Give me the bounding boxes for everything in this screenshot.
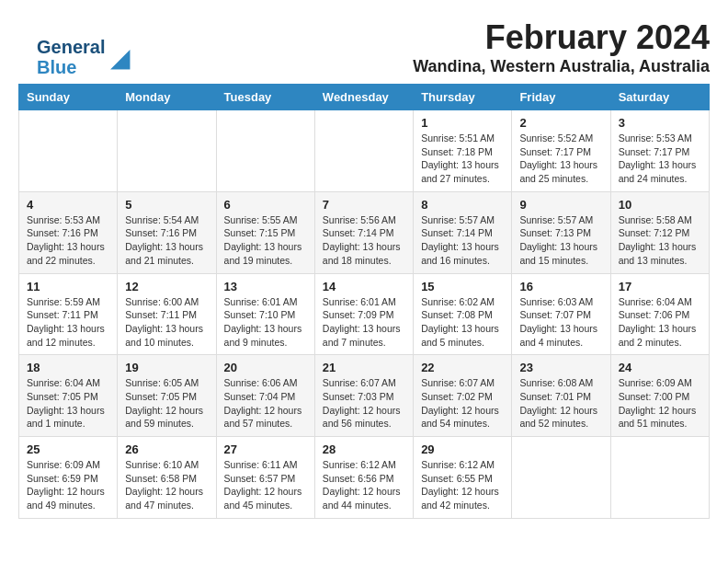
day-info: Sunrise: 6:12 AMSunset: 6:56 PMDaylight:…	[323, 459, 401, 511]
calendar-week-row: 11Sunrise: 5:59 AMSunset: 7:11 PMDayligh…	[19, 273, 710, 355]
table-row: 4Sunrise: 5:53 AMSunset: 7:16 PMDaylight…	[19, 191, 118, 273]
table-row: 18Sunrise: 6:04 AMSunset: 7:05 PMDayligh…	[19, 355, 118, 437]
day-number: 29	[421, 442, 504, 456]
day-info: Sunrise: 6:11 AMSunset: 6:57 PMDaylight:…	[224, 459, 302, 511]
header-friday: Friday	[512, 85, 610, 110]
day-number: 2	[519, 116, 602, 130]
day-number: 26	[125, 442, 208, 456]
day-info: Sunrise: 5:58 AMSunset: 7:12 PMDaylight:…	[619, 214, 697, 266]
table-row: 13Sunrise: 6:01 AMSunset: 7:10 PMDayligh…	[216, 273, 314, 355]
table-row	[19, 110, 118, 192]
day-number: 20	[224, 361, 307, 374]
table-row: 24Sunrise: 6:09 AMSunset: 7:00 PMDayligh…	[610, 355, 709, 437]
day-info: Sunrise: 6:01 AMSunset: 7:10 PMDaylight:…	[224, 296, 302, 348]
header-tuesday: Tuesday	[216, 85, 314, 110]
day-number: 22	[421, 361, 504, 374]
header-monday: Monday	[118, 85, 216, 110]
table-row: 26Sunrise: 6:10 AMSunset: 6:58 PMDayligh…	[118, 437, 216, 519]
day-number: 8	[421, 198, 504, 212]
table-row: 7Sunrise: 5:56 AMSunset: 7:14 PMDaylight…	[314, 191, 413, 273]
day-number: 17	[619, 280, 701, 293]
day-number: 25	[27, 442, 109, 456]
day-number: 6	[224, 198, 307, 212]
day-info: Sunrise: 6:03 AMSunset: 7:07 PMDaylight:…	[519, 296, 597, 348]
day-info: Sunrise: 6:12 AMSunset: 6:55 PMDaylight:…	[421, 459, 499, 511]
table-row: 1Sunrise: 5:51 AMSunset: 7:18 PMDaylight…	[414, 110, 512, 192]
table-row: 8Sunrise: 5:57 AMSunset: 7:14 PMDaylight…	[414, 191, 512, 273]
day-number: 9	[519, 198, 602, 212]
table-row: 9Sunrise: 5:57 AMSunset: 7:13 PMDaylight…	[512, 191, 610, 273]
day-number: 14	[323, 280, 405, 293]
day-info: Sunrise: 6:04 AMSunset: 7:05 PMDaylight:…	[27, 377, 105, 429]
day-info: Sunrise: 6:01 AMSunset: 7:09 PMDaylight:…	[323, 296, 401, 348]
logo: GeneralBlue ◢	[37, 37, 131, 77]
calendar-week-row: 25Sunrise: 6:09 AMSunset: 6:59 PMDayligh…	[19, 437, 710, 519]
day-info: Sunrise: 6:05 AMSunset: 7:05 PMDaylight:…	[125, 377, 203, 429]
day-number: 10	[619, 198, 701, 212]
table-row: 16Sunrise: 6:03 AMSunset: 7:07 PMDayligh…	[512, 273, 610, 355]
day-info: Sunrise: 5:55 AMSunset: 7:15 PMDaylight:…	[224, 214, 302, 266]
day-number: 23	[519, 361, 602, 374]
day-number: 16	[519, 280, 602, 293]
day-info: Sunrise: 6:07 AMSunset: 7:03 PMDaylight:…	[323, 377, 401, 429]
day-number: 5	[125, 198, 208, 212]
calendar-week-row: 18Sunrise: 6:04 AMSunset: 7:05 PMDayligh…	[19, 355, 710, 437]
header-saturday: Saturday	[610, 85, 709, 110]
day-info: Sunrise: 6:08 AMSunset: 7:01 PMDaylight:…	[519, 377, 597, 429]
day-info: Sunrise: 6:06 AMSunset: 7:04 PMDaylight:…	[224, 377, 302, 429]
table-row: 12Sunrise: 6:00 AMSunset: 7:11 PMDayligh…	[118, 273, 216, 355]
table-row: 21Sunrise: 6:07 AMSunset: 7:03 PMDayligh…	[314, 355, 413, 437]
table-row: 10Sunrise: 5:58 AMSunset: 7:12 PMDayligh…	[610, 191, 709, 273]
table-row: 6Sunrise: 5:55 AMSunset: 7:15 PMDaylight…	[216, 191, 314, 273]
day-info: Sunrise: 6:00 AMSunset: 7:11 PMDaylight:…	[125, 296, 203, 348]
table-row: 15Sunrise: 6:02 AMSunset: 7:08 PMDayligh…	[414, 273, 512, 355]
table-row: 29Sunrise: 6:12 AMSunset: 6:55 PMDayligh…	[414, 437, 512, 519]
table-row: 23Sunrise: 6:08 AMSunset: 7:01 PMDayligh…	[512, 355, 610, 437]
table-row: 17Sunrise: 6:04 AMSunset: 7:06 PMDayligh…	[610, 273, 709, 355]
header-thursday: Thursday	[414, 85, 512, 110]
day-info: Sunrise: 5:57 AMSunset: 7:13 PMDaylight:…	[519, 214, 597, 266]
table-row: 11Sunrise: 5:59 AMSunset: 7:11 PMDayligh…	[19, 273, 118, 355]
day-number: 7	[323, 198, 405, 212]
table-row	[512, 437, 610, 519]
day-number: 24	[619, 361, 701, 374]
day-number: 21	[323, 361, 405, 374]
day-info: Sunrise: 5:53 AMSunset: 7:17 PMDaylight:…	[619, 132, 697, 184]
header-sunday: Sunday	[19, 85, 118, 110]
day-info: Sunrise: 6:02 AMSunset: 7:08 PMDaylight:…	[421, 296, 499, 348]
calendar-week-row: 1Sunrise: 5:51 AMSunset: 7:18 PMDaylight…	[19, 110, 710, 192]
table-row: 25Sunrise: 6:09 AMSunset: 6:59 PMDayligh…	[19, 437, 118, 519]
day-info: Sunrise: 5:56 AMSunset: 7:14 PMDaylight:…	[323, 214, 401, 266]
day-number: 13	[224, 280, 307, 293]
table-row: 28Sunrise: 6:12 AMSunset: 6:56 PMDayligh…	[314, 437, 413, 519]
day-number: 15	[421, 280, 504, 293]
day-info: Sunrise: 5:57 AMSunset: 7:14 PMDaylight:…	[421, 214, 499, 266]
table-row	[118, 110, 216, 192]
table-row: 2Sunrise: 5:52 AMSunset: 7:17 PMDaylight…	[512, 110, 610, 192]
day-info: Sunrise: 6:07 AMSunset: 7:02 PMDaylight:…	[421, 377, 499, 429]
day-info: Sunrise: 5:59 AMSunset: 7:11 PMDaylight:…	[27, 296, 105, 348]
day-number: 28	[323, 442, 405, 456]
day-info: Sunrise: 5:52 AMSunset: 7:17 PMDaylight:…	[519, 132, 597, 184]
day-number: 1	[421, 116, 504, 130]
calendar-week-row: 4Sunrise: 5:53 AMSunset: 7:16 PMDaylight…	[19, 191, 710, 273]
header-wednesday: Wednesday	[314, 85, 413, 110]
table-row	[610, 437, 709, 519]
day-info: Sunrise: 6:09 AMSunset: 6:59 PMDaylight:…	[27, 459, 105, 511]
table-row: 27Sunrise: 6:11 AMSunset: 6:57 PMDayligh…	[216, 437, 314, 519]
day-number: 18	[27, 361, 109, 374]
day-info: Sunrise: 5:54 AMSunset: 7:16 PMDaylight:…	[125, 214, 203, 266]
day-number: 12	[125, 280, 208, 293]
table-row: 5Sunrise: 5:54 AMSunset: 7:16 PMDaylight…	[118, 191, 216, 273]
table-row: 14Sunrise: 6:01 AMSunset: 7:09 PMDayligh…	[314, 273, 413, 355]
day-number: 19	[125, 361, 208, 374]
calendar-header-row: Sunday Monday Tuesday Wednesday Thursday…	[19, 85, 710, 110]
table-row	[314, 110, 413, 192]
day-number: 3	[619, 116, 701, 130]
day-info: Sunrise: 6:10 AMSunset: 6:58 PMDaylight:…	[125, 459, 203, 511]
table-row: 3Sunrise: 5:53 AMSunset: 7:17 PMDaylight…	[610, 110, 709, 192]
table-row: 22Sunrise: 6:07 AMSunset: 7:02 PMDayligh…	[414, 355, 512, 437]
day-number: 11	[27, 280, 109, 293]
table-row: 19Sunrise: 6:05 AMSunset: 7:05 PMDayligh…	[118, 355, 216, 437]
calendar-table: Sunday Monday Tuesday Wednesday Thursday…	[18, 84, 710, 519]
